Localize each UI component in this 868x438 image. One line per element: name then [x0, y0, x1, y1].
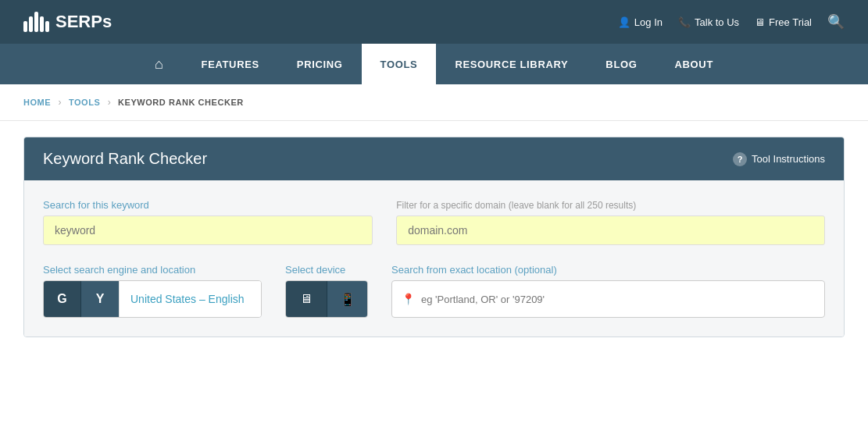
engine-selector: G Y United States – English [43, 280, 262, 318]
form-row-keyword-domain: Search for this keyword Filter for a spe… [43, 199, 825, 245]
device-selector: 🖥 📱 [285, 280, 368, 318]
desktop-button[interactable]: 🖥 [286, 281, 327, 317]
device-label: Select device [285, 264, 368, 276]
phone-icon: 📞 [678, 16, 691, 28]
location-input-wrapper: 📍 [391, 280, 825, 318]
logo-icon [23, 12, 49, 32]
desktop-icon: 🖥 [300, 292, 313, 306]
breadcrumb-home[interactable]: HOME [23, 98, 51, 107]
logo-bar-5 [45, 21, 49, 32]
logo-bar-2 [29, 16, 33, 32]
nav-item-blog[interactable]: BLOG [587, 44, 655, 84]
mobile-button[interactable]: 📱 [327, 281, 367, 317]
breadcrumb-sep-2: › [108, 97, 111, 108]
monitor-icon: 🖥 [755, 16, 765, 28]
login-link[interactable]: 👤 Log In [618, 16, 663, 28]
breadcrumb-current: KEYWORD RANK CHECKER [118, 98, 244, 107]
engine-label: Select search engine and location [43, 264, 262, 276]
user-icon: 👤 [618, 16, 630, 28]
logo-bar-4 [40, 16, 44, 32]
tool-title: Keyword Rank Checker [43, 150, 207, 168]
login-label: Log In [634, 16, 663, 28]
nav-item-about[interactable]: ABOUT [656, 44, 732, 84]
keyword-label: Search for this keyword [43, 199, 373, 211]
nav-bar: ⌂ FEATURES PRICING TOOLS RESOURCE LIBRAR… [0, 44, 868, 84]
nav-item-pricing[interactable]: PRICING [278, 44, 362, 84]
keyword-group: Search for this keyword [43, 199, 373, 245]
breadcrumb-tools[interactable]: TOOLS [69, 98, 100, 107]
location-input[interactable] [421, 294, 815, 305]
tool-instructions-label: Tool Instructions [752, 153, 825, 165]
nav-item-resource-library[interactable]: RESOURCE LIBRARY [436, 44, 587, 84]
logo[interactable]: SERPs [23, 12, 112, 32]
help-circle-icon: ? [733, 152, 747, 166]
trial-label: Free Trial [769, 16, 812, 28]
mobile-icon: 📱 [340, 292, 355, 307]
talk-link[interactable]: 📞 Talk to Us [678, 16, 739, 28]
keyword-input[interactable] [43, 215, 373, 245]
domain-input[interactable] [396, 215, 825, 245]
main-content: Keyword Rank Checker ? Tool Instructions… [0, 121, 868, 369]
google-button[interactable]: G [44, 281, 81, 317]
breadcrumb-sep-1: › [59, 97, 62, 108]
top-bar: SERPs 👤 Log In 📞 Talk to Us 🖥 Free Trial… [0, 0, 868, 44]
logo-text: SERPs [55, 12, 112, 32]
engine-location-group: Select search engine and location G Y Un… [43, 264, 262, 318]
logo-bar-3 [34, 12, 38, 32]
tool-card-body: Search for this keyword Filter for a spe… [24, 180, 844, 337]
nav-item-features[interactable]: FEATURES [183, 44, 278, 84]
talk-label: Talk to Us [695, 16, 739, 28]
tool-instructions[interactable]: ? Tool Instructions [733, 152, 825, 166]
domain-note: (leave blank for all 250 results) [509, 200, 636, 211]
logo-bar-1 [23, 21, 27, 32]
form-row-engine-device: Select search engine and location G Y Un… [43, 264, 825, 318]
domain-group: Filter for a specific domain (leave blan… [396, 199, 825, 245]
tool-card: Keyword Rank Checker ? Tool Instructions… [23, 137, 845, 337]
top-actions: 👤 Log In 📞 Talk to Us 🖥 Free Trial 🔍 [618, 13, 845, 30]
tool-card-header: Keyword Rank Checker ? Tool Instructions [24, 137, 844, 180]
location-pin-icon: 📍 [402, 293, 415, 305]
domain-label: Filter for a specific domain (leave blan… [396, 199, 825, 211]
nav-item-tools[interactable]: TOOLS [362, 44, 437, 84]
location-label: Search from exact location (optional) [391, 264, 825, 276]
location-group: Search from exact location (optional) 📍 [391, 264, 825, 318]
home-icon: ⌂ [155, 56, 164, 73]
yahoo-button[interactable]: Y [81, 281, 119, 317]
search-icon[interactable]: 🔍 [827, 13, 845, 30]
breadcrumb: HOME › TOOLS › KEYWORD RANK CHECKER [0, 84, 868, 121]
device-group: Select device 🖥 📱 [285, 264, 368, 318]
nav-item-home[interactable]: ⌂ [136, 44, 183, 84]
trial-link[interactable]: 🖥 Free Trial [755, 16, 812, 28]
engine-location-text[interactable]: United States – English [119, 281, 261, 317]
